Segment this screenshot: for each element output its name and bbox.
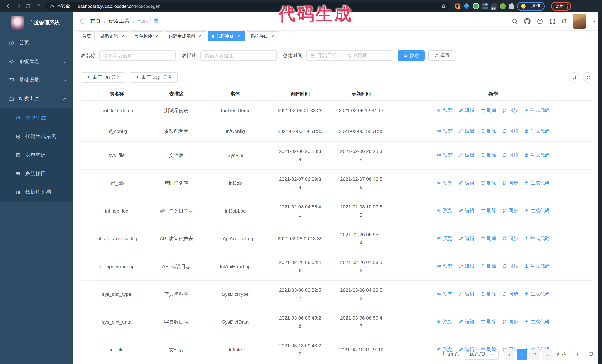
start-date-placeholder[interactable]: 开始日期 (317, 52, 337, 59)
paused-extension-button[interactable]: 已暂停 (517, 2, 544, 10)
action-sync[interactable]: 同步 (502, 207, 518, 215)
action-edit[interactable]: 编辑 (458, 207, 474, 215)
action-generate[interactable]: 生成代码 (524, 290, 549, 298)
end-date-placeholder[interactable]: 结束日期 (348, 52, 367, 59)
avatar-menu[interactable] (592, 18, 596, 25)
extension-on-icon[interactable] (491, 3, 497, 9)
sidebar-item-system[interactable]: 系统管理 (0, 52, 73, 71)
browser-menu-dots-icon[interactable] (567, 4, 568, 9)
tab-close-icon[interactable]: × (236, 34, 241, 39)
sidebar-subitem-form-builder[interactable]: 表单构建 (0, 146, 73, 164)
next-page-button[interactable]: › (542, 349, 552, 360)
table-name-input[interactable] (99, 50, 176, 61)
security-label[interactable]: 不安全 (57, 3, 70, 9)
table-desc-input[interactable] (200, 50, 277, 61)
browser-home-button[interactable] (32, 1, 42, 11)
action-delete[interactable]: 删除 (480, 234, 496, 242)
tab-close-icon[interactable]: × (270, 34, 275, 39)
github-icon[interactable] (524, 18, 530, 24)
action-delete[interactable]: 删除 (480, 318, 496, 326)
action-sync[interactable]: 同步 (502, 234, 518, 242)
action-delete[interactable]: 删除 (480, 290, 496, 298)
bookmark-star-icon[interactable] (441, 3, 446, 9)
fullscreen-icon[interactable] (549, 18, 556, 24)
action-edit[interactable]: 编辑 (458, 262, 474, 270)
action-generate[interactable]: 生成代码 (524, 179, 549, 187)
sidebar-item-infra[interactable]: 基础设施 (0, 71, 73, 89)
action-edit[interactable]: 编辑 (458, 151, 474, 159)
action-generate[interactable]: 生成代码 (524, 127, 549, 135)
action-edit[interactable]: 编辑 (458, 234, 474, 242)
address-bar[interactable]: 不安全 dashboard.yudao.iocoder.cn/tool/code… (45, 2, 451, 10)
search-button[interactable]: 搜索 (398, 50, 425, 61)
tab-close-icon[interactable]: × (120, 34, 125, 39)
action-sync[interactable]: 同步 (502, 318, 518, 326)
action-preview[interactable]: 预览 (437, 127, 452, 135)
sidebar-subitem-api[interactable]: 系统接口 (0, 164, 73, 183)
action-edit[interactable]: 编辑 (458, 127, 474, 135)
action-preview[interactable]: 预览 (437, 318, 452, 326)
browser-back-button[interactable] (4, 1, 13, 11)
search-icon[interactable] (511, 18, 518, 24)
tab-tracing[interactable]: 链路追踪× (97, 32, 129, 42)
reset-button[interactable]: 重置 (428, 50, 455, 61)
question-icon[interactable] (537, 18, 543, 24)
refresh-table-button[interactable] (583, 72, 593, 83)
action-preview[interactable]: 预览 (437, 179, 452, 187)
page-button-1[interactable]: 1 (517, 349, 527, 360)
action-preview[interactable]: 预览 (437, 151, 452, 159)
browser-reload-button[interactable] (23, 1, 32, 11)
goto-page-input[interactable] (569, 349, 586, 360)
extensions-puzzle-icon[interactable] (509, 4, 514, 9)
tab-close-icon[interactable]: × (154, 34, 159, 39)
tab-codegen[interactable]: 代码生成× (208, 32, 245, 42)
action-generate[interactable]: 生成代码 (524, 234, 549, 242)
app-logo[interactable]: 芋道管理系统 (0, 12, 73, 34)
action-delete[interactable]: 删除 (480, 207, 496, 215)
action-generate[interactable]: 生成代码 (524, 106, 549, 114)
sidebar-item-home[interactable]: 首页 (0, 34, 73, 52)
sidebar-subitem-db-doc[interactable]: 数据库文档 (0, 183, 73, 201)
sidebar-subitem-codegen-example[interactable]: 代码生成示例 (0, 127, 73, 146)
action-preview[interactable]: 预览 (437, 234, 452, 242)
action-preview[interactable]: 预览 (437, 106, 452, 114)
browser-update-button[interactable]: 更新 (551, 2, 571, 10)
sidebar-item-devtools[interactable]: 研发工具 (0, 89, 73, 108)
action-generate[interactable]: 生成代码 (524, 318, 549, 326)
action-edit[interactable]: 编辑 (458, 318, 474, 326)
action-delete[interactable]: 删除 (480, 151, 496, 159)
import-db-button[interactable]: 基于 DB 导入 (81, 72, 126, 83)
tab-form-builder[interactable]: 表单构建× (131, 32, 163, 42)
extension-orange-icon[interactable] (455, 3, 461, 9)
action-preview[interactable]: 预览 (437, 262, 452, 270)
breadcrumb-item[interactable]: 研发工具 (109, 18, 130, 25)
page-size-select[interactable]: 10条/页 (464, 349, 499, 360)
action-preview[interactable]: 预览 (437, 207, 452, 215)
page-url[interactable]: dashboard.yudao.iocoder.cn/tool/codegen (78, 3, 161, 9)
date-range-picker[interactable]: 开始日期 - 结束日期 (306, 50, 392, 61)
insecure-warning-icon[interactable] (50, 4, 54, 9)
font-size-icon[interactable]: tT (562, 18, 567, 25)
action-delete[interactable]: 删除 (480, 127, 496, 135)
breadcrumb-item[interactable]: 首页 (90, 18, 101, 25)
sidebar-subitem-codegen[interactable]: 代码生成 (0, 109, 73, 127)
action-sync[interactable]: 同步 (502, 106, 518, 114)
extension-alien-icon[interactable] (500, 3, 506, 9)
action-edit[interactable]: 编辑 (458, 106, 474, 114)
browser-scrollbar[interactable] (598, 12, 602, 364)
action-sync[interactable]: 同步 (502, 127, 518, 135)
extension-check-icon[interactable] (473, 3, 479, 9)
action-delete[interactable]: 删除 (480, 179, 496, 187)
prev-page-button[interactable]: ‹ (504, 349, 515, 360)
import-sql-button[interactable]: 基于 SQL 导入 (130, 72, 178, 83)
tab-codegen-example[interactable]: 代码生成示例× (165, 32, 206, 42)
action-sync[interactable]: 同步 (502, 179, 518, 187)
action-edit[interactable]: 编辑 (458, 179, 474, 187)
avatar[interactable] (573, 14, 586, 29)
action-sync[interactable]: 同步 (502, 151, 518, 159)
page-button-2[interactable]: 2 (529, 349, 540, 360)
toggle-search-button[interactable] (569, 72, 580, 83)
action-sync[interactable]: 同步 (502, 262, 518, 270)
browser-forward-button[interactable] (13, 1, 23, 11)
action-delete[interactable]: 删除 (480, 106, 496, 114)
